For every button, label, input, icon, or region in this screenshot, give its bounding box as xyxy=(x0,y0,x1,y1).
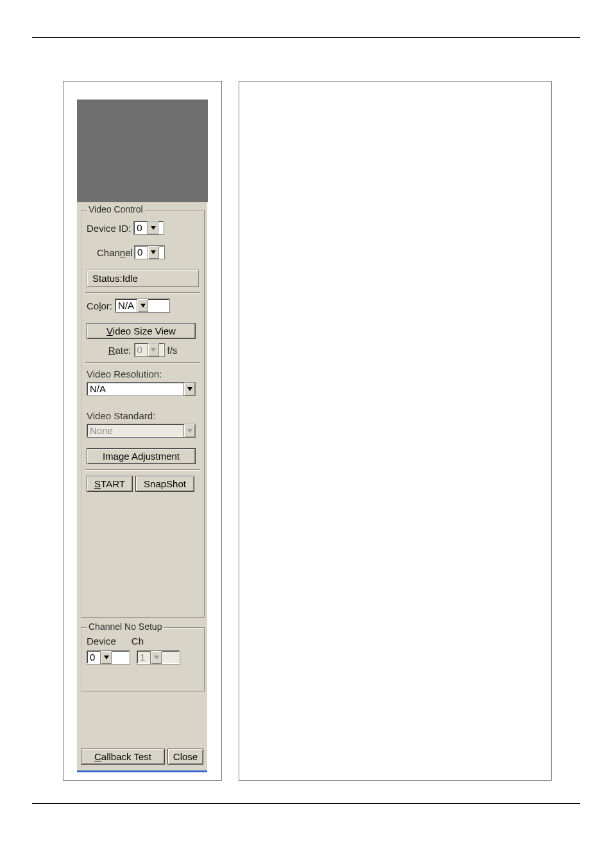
control-panel: Video Control Device ID: 0 Channel 0 xyxy=(76,100,207,772)
group-video-control: Video Control Device ID: 0 Channel 0 xyxy=(81,210,205,618)
dropdown-arrow-icon xyxy=(148,343,159,356)
video-standard-value: None xyxy=(87,424,183,437)
dropdown-arrow-icon xyxy=(183,383,195,395)
video-standard-select: None xyxy=(87,424,196,438)
divider xyxy=(85,292,200,293)
divider xyxy=(85,362,200,363)
snapshot-button[interactable]: SnapShot xyxy=(135,476,194,492)
dropdown-arrow-icon xyxy=(147,221,158,234)
video-preview-area xyxy=(77,100,208,202)
device-id-select[interactable]: 0 xyxy=(133,221,164,235)
rate-select: 0 xyxy=(134,343,165,357)
ch-device-label: Device xyxy=(87,636,116,647)
dropdown-arrow-icon xyxy=(100,651,112,664)
dropdown-arrow-icon xyxy=(148,246,159,259)
ch-device-value: 0 xyxy=(87,651,100,664)
status-box: Status:Idle xyxy=(87,270,199,287)
video-resolution-select[interactable]: N/A xyxy=(87,382,196,396)
status-label: Status: xyxy=(92,273,123,284)
ch-device-select[interactable]: 0 xyxy=(87,650,130,664)
video-size-view-button[interactable]: Video Size View xyxy=(87,323,196,339)
callback-test-button[interactable]: Callback Test xyxy=(81,749,165,765)
close-button[interactable]: Close xyxy=(167,749,203,765)
video-standard-label: Video Standard: xyxy=(87,410,155,421)
ch-ch-label: Ch xyxy=(132,636,144,647)
color-label: Color: xyxy=(87,300,112,311)
status-value: Idle xyxy=(123,273,138,284)
device-id-value: 0 xyxy=(134,221,147,234)
ch-ch-value: 1 xyxy=(137,651,150,664)
bottom-accent-bar xyxy=(77,770,207,772)
image-adjustment-button[interactable]: Image Adjustment xyxy=(87,448,196,464)
group-video-control-legend: Video Control xyxy=(87,204,145,214)
device-id-label: Device ID: xyxy=(87,223,131,234)
page: Video Control Device ID: 0 Channel 0 xyxy=(0,0,612,868)
left-frame: Video Control Device ID: 0 Channel 0 xyxy=(63,81,222,781)
dropdown-arrow-icon xyxy=(137,299,148,312)
bottom-rule xyxy=(32,803,580,804)
start-button[interactable]: START xyxy=(87,476,133,492)
rate-label: Rate: xyxy=(108,345,132,356)
color-select[interactable]: N/A xyxy=(115,299,170,313)
bottom-button-bar: Callback Test Close xyxy=(81,749,203,765)
color-value: N/A xyxy=(115,299,137,312)
ch-ch-select: 1 xyxy=(137,650,180,664)
dropdown-arrow-icon xyxy=(183,424,195,437)
group-channel-setup-legend: Channel No Setup xyxy=(87,621,164,632)
channel-value: 0 xyxy=(135,246,148,259)
rate-unit: f/s xyxy=(167,345,178,356)
group-channel-setup: Channel No Setup Device Ch 0 1 xyxy=(81,627,205,691)
right-empty-frame xyxy=(239,81,552,781)
video-resolution-label: Video Resolution: xyxy=(87,369,162,379)
rate-value: 0 xyxy=(135,343,148,356)
divider xyxy=(85,469,200,471)
dropdown-arrow-icon xyxy=(150,651,162,664)
video-resolution-value: N/A xyxy=(87,383,183,395)
top-rule xyxy=(32,37,580,38)
channel-select[interactable]: 0 xyxy=(134,245,165,259)
channel-label: Channel xyxy=(97,247,133,258)
